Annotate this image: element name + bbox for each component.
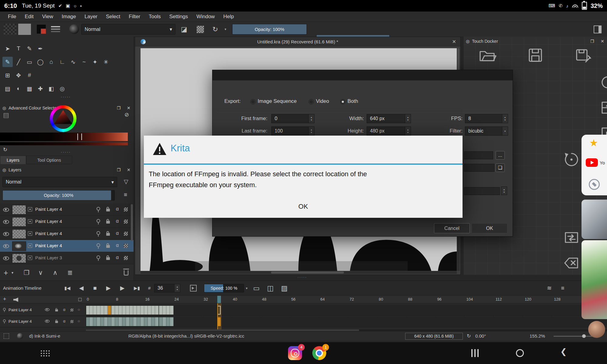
menu-view[interactable]: View	[38, 12, 58, 22]
tool-polyline[interactable]: ∟	[57, 57, 67, 67]
tool-polygon[interactable]: ⌂	[46, 57, 56, 67]
tool-edit-shapes[interactable]: ✎	[24, 43, 35, 54]
open-folder-button[interactable]: ❏	[496, 163, 505, 172]
layer-lock-icon[interactable]	[106, 233, 110, 236]
timeline-track[interactable]: Paint Layer 4 α ○	[0, 305, 607, 316]
keyframe-cell[interactable]	[151, 306, 155, 315]
foreground-color-chip[interactable]	[36, 24, 46, 34]
dock-handle[interactable]: ·····	[61, 94, 71, 99]
radio-video-label[interactable]: Video	[316, 98, 329, 105]
layer-list-scrollbar[interactable]	[131, 204, 133, 241]
layer-properties-button[interactable]: ≣	[67, 267, 73, 279]
add-track-button[interactable]: +	[3, 296, 6, 302]
close-docker-icon[interactable]: ✕	[127, 167, 131, 172]
refresh-icon[interactable]: ↻	[3, 147, 7, 153]
menu-help[interactable]: Help	[219, 12, 238, 22]
layer-pin-icon[interactable]	[97, 207, 100, 211]
track-alpha-lock-icon[interactable]	[70, 320, 73, 323]
gradient-chooser[interactable]	[4, 24, 16, 35]
tool-rectangle[interactable]: ▭	[24, 57, 35, 67]
track-visibility-icon[interactable]	[45, 308, 49, 311]
menu-tools[interactable]: Tools	[144, 12, 165, 22]
reset-rotation-icon[interactable]: ↻	[467, 332, 471, 341]
workspace-chooser-icon[interactable]	[594, 25, 602, 33]
spin-up-icon[interactable]: ▴	[311, 128, 312, 131]
browse-button[interactable]: ...	[496, 151, 505, 160]
onion-skin-prev-icon[interactable]: ▭	[253, 284, 260, 292]
playback-speed-slider[interactable]: Speed: 100 %	[204, 284, 244, 292]
tool-transform[interactable]: ⊞	[2, 70, 13, 80]
layer-menu-icon[interactable]: ≡	[124, 191, 127, 198]
blend-mode-select[interactable]: Normal ▾	[81, 24, 175, 35]
fps-spinbox[interactable]: 8 ▴▾	[465, 114, 508, 123]
radio-image-sequence-label[interactable]: Image Sequence	[258, 98, 297, 105]
switch-view-button[interactable]	[560, 226, 583, 249]
tool-bezier-curve[interactable]: ∿	[68, 57, 78, 67]
gamut-mask-off-icon[interactable]: ⊘	[124, 111, 129, 118]
track-alpha-icon[interactable]: α	[63, 307, 66, 312]
spin-down-icon[interactable]: ▾	[311, 119, 312, 121]
keyframe-cell[interactable]	[97, 317, 100, 326]
layer-filter-icon[interactable]: ▽	[124, 178, 128, 185]
keyframe-cell[interactable]	[100, 317, 104, 326]
spin-down-icon[interactable]: ▾	[177, 288, 178, 291]
timeline-track[interactable]: Paint Layer 4 α ○	[0, 316, 607, 327]
tool-move[interactable]: ✥	[13, 70, 24, 80]
keyframe-cell[interactable]	[141, 317, 144, 326]
keyframe-cell[interactable]	[159, 317, 163, 326]
width-spinbox[interactable]: 640 px ▴▾	[367, 114, 411, 123]
color-wheel[interactable]	[50, 105, 76, 132]
keyframe-cell[interactable]	[86, 317, 90, 326]
onion-skin-icon[interactable]	[190, 285, 197, 292]
menu-edit[interactable]: Edit	[20, 12, 38, 22]
track-lock-icon[interactable]	[55, 321, 58, 323]
track-header[interactable]: Paint Layer 4 α ○	[0, 305, 86, 315]
spin-up-icon[interactable]: ▴	[311, 116, 312, 119]
height-spinbox[interactable]: 480 px ▴▾	[367, 126, 411, 136]
layer-alpha-icon[interactable]: α	[116, 243, 119, 248]
save-as-button[interactable]	[572, 44, 595, 67]
pin-icon[interactable]	[3, 319, 6, 322]
layer-alpha-icon[interactable]: α	[116, 255, 119, 260]
spin-up-icon[interactable]: ▴	[504, 116, 506, 119]
tool-crop[interactable]: #	[24, 70, 35, 80]
shade-selector-strip-2[interactable]	[0, 142, 128, 145]
layer-visibility-icon[interactable]	[3, 232, 9, 236]
timeline-scrollbar[interactable]	[86, 329, 607, 331]
track-onion-icon[interactable]: ○	[78, 319, 80, 323]
add-layer-button[interactable]: +	[4, 267, 8, 279]
layer-row[interactable]: Paint Layer 4 α	[0, 204, 134, 216]
ok-button[interactable]: OK	[472, 223, 507, 233]
tab-layers[interactable]: Layers	[0, 156, 26, 164]
brush-preset-status-icon[interactable]	[17, 333, 23, 339]
tool-select-shapes[interactable]: ➤	[2, 43, 13, 54]
track-visibility-icon[interactable]	[45, 320, 49, 323]
horizontal-scrollbar[interactable]	[141, 271, 457, 274]
layer-visibility-icon[interactable]	[3, 208, 9, 212]
redo-button[interactable]	[596, 70, 607, 93]
keyframe-cell[interactable]	[141, 306, 144, 315]
layer-alpha-lock-icon[interactable]	[124, 232, 128, 236]
tool-smart-patch[interactable]: ✚	[35, 83, 46, 94]
layer-row[interactable]: Paint Layer 3 α	[0, 252, 134, 264]
edge-thumbnail-1[interactable]	[582, 200, 607, 239]
layer-lock-icon[interactable]	[106, 257, 110, 260]
keyframe-cell[interactable]	[122, 317, 126, 326]
keyframe-cell[interactable]	[100, 306, 104, 315]
tool-enclose-fill[interactable]: ◎	[57, 83, 67, 94]
keyframe-cell[interactable]	[148, 317, 151, 326]
keyframe-cell[interactable]	[170, 306, 174, 315]
move-layer-up-button[interactable]: ∧	[53, 267, 57, 279]
brush-preset-icon[interactable]	[69, 24, 79, 34]
keyframe-cell[interactable]	[119, 306, 122, 315]
keyframe-cell[interactable]	[122, 306, 126, 315]
menu-image[interactable]: Image	[57, 12, 80, 22]
chevron-down-icon[interactable]: ▾	[225, 22, 226, 37]
spin-down-icon[interactable]: ▾	[311, 131, 312, 134]
layer-row[interactable]: Paint Layer 4 α	[0, 216, 134, 228]
keyframe-cell[interactable]	[126, 317, 130, 326]
tool-freehand-path[interactable]: ~	[79, 57, 89, 67]
keyframe-cell[interactable]	[115, 317, 119, 326]
tool-freehand-brush[interactable]: ✎	[2, 57, 13, 67]
keyframe-cell[interactable]	[111, 306, 115, 315]
